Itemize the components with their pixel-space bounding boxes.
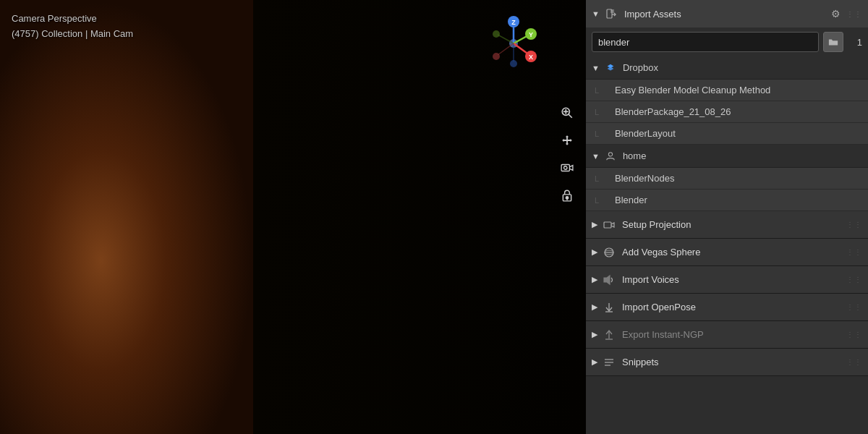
import-voices-title: Import Voices [622,274,846,285]
search-folder-button[interactable] [823,32,843,52]
import-assets-chevron: ▼ [592,9,600,18]
snippets-chevron: ▶ [592,357,597,367]
export-instant-ngp-section[interactable]: ▶ Export Instant-NGP ⋮⋮ [586,321,868,349]
svg-point-21 [564,166,568,170]
search-bar: blender 1 [586,27,868,56]
pan-tool[interactable] [556,129,579,152]
svg-text:X: X [529,54,533,61]
add-vegas-sphere-drag: ⋮⋮ [846,248,862,256]
svg-point-13 [493,30,500,38]
import-voices-icon [602,273,616,287]
import-openpose-section[interactable]: ▶ Import OpenPose ⋮⋮ [586,294,868,321]
svg-text:Y: Y [529,31,533,38]
export-instant-ngp-chevron: ▶ [592,330,597,339]
svg-text:Z: Z [511,19,516,26]
import-voices-chevron: ▶ [592,275,597,284]
snippets-section[interactable]: ▶ Snippets ⋮⋮ [586,349,868,376]
dropbox-header[interactable]: ▼ Dropbox [586,56,868,80]
dropbox-section: ▼ Dropbox Easy Blender Model Cleanup Met… [586,56,868,145]
import-assets-drag: ⋮⋮ [846,10,862,18]
snippets-drag: ⋮⋮ [846,358,862,366]
svg-point-31 [608,152,612,156]
import-openpose-chevron: ▶ [592,302,597,312]
collection-label: (4757) Collection | Main Cam [12,27,133,42]
import-voices-drag: ⋮⋮ [846,276,862,284]
import-openpose-icon [602,300,616,315]
search-count: 1 [848,37,862,48]
svg-line-12 [498,35,514,43]
export-instant-ngp-drag: ⋮⋮ [846,331,862,339]
viewport: Camera Perspective (4757) Collection | M… [0,0,586,434]
add-vegas-sphere-section[interactable]: ▶ Add Vegas Sphere ⋮⋮ [586,239,868,266]
home-item-1[interactable]: Blender [586,190,868,211]
home-icon [604,150,617,163]
svg-rect-26 [610,9,614,13]
setup-projection-chevron: ▶ [592,220,597,229]
import-openpose-title: Import OpenPose [622,302,846,312]
dropbox-name: Dropbox [623,62,658,73]
import-voices-section[interactable]: ▶ Import Voices ⋮⋮ [586,266,868,294]
lock-tool[interactable] [556,184,579,207]
import-assets-icon [604,7,618,21]
dropbox-items: Easy Blender Model Cleanup Method Blende… [586,80,868,145]
home-section: ▼ home BlenderNodes Blender [586,145,868,211]
camera-tool[interactable] [556,156,579,179]
import-assets-header[interactable]: ▼ Import Assets ⚙ ⋮⋮ [586,0,868,27]
home-items: BlenderNodes Blender [586,168,868,211]
setup-projection-section[interactable]: ▶ Setup Projection ⋮⋮ [586,211,868,239]
import-openpose-drag: ⋮⋮ [846,303,862,311]
search-input[interactable]: blender [592,32,819,52]
camera-perspective-label: Camera Perspective [12,12,133,27]
svg-line-14 [498,43,514,55]
svg-rect-32 [604,222,611,228]
navigation-gizmo[interactable]: Z Y X [485,14,542,72]
viewport-wall [0,0,253,434]
svg-rect-20 [561,165,569,171]
svg-marker-29 [608,67,614,70]
dropbox-item-0[interactable]: Easy Blender Model Cleanup Method [586,80,868,101]
snippets-title: Snippets [622,357,846,367]
home-header[interactable]: ▼ home [586,145,868,168]
svg-marker-36 [604,276,610,284]
setup-projection-title: Setup Projection [622,219,846,230]
viewport-tools [556,101,579,207]
zoom-tool[interactable] [556,101,579,124]
dropbox-chevron: ▼ [592,64,600,72]
setup-projection-drag: ⋮⋮ [846,221,862,229]
snippets-icon [602,355,616,370]
right-panel: ▼ Import Assets ⚙ ⋮⋮ blender 1 ▼ [586,0,868,434]
home-item-0[interactable]: BlenderNodes [586,168,868,190]
svg-point-11 [510,60,517,67]
svg-point-23 [566,197,568,199]
camera-info: Camera Perspective (4757) Collection | M… [12,12,133,42]
home-name: home [623,150,647,161]
import-assets-gear[interactable]: ⚙ [831,8,841,20]
add-vegas-sphere-chevron: ▶ [592,247,597,257]
svg-line-17 [569,114,572,118]
import-assets-title: Import Assets [624,9,831,20]
add-vegas-sphere-icon [602,245,616,260]
svg-point-15 [493,53,500,60]
dropbox-icon [604,61,617,75]
setup-projection-icon [602,218,616,232]
export-instant-ngp-icon [602,328,616,342]
add-vegas-sphere-title: Add Vegas Sphere [622,247,846,258]
home-chevron: ▼ [592,152,600,161]
dropbox-item-1[interactable]: BlenderPackage_21_08_26 [586,101,868,123]
export-instant-ngp-title: Export Instant-NGP [622,329,846,340]
dropbox-item-2[interactable]: BlenderLayout [586,123,868,145]
